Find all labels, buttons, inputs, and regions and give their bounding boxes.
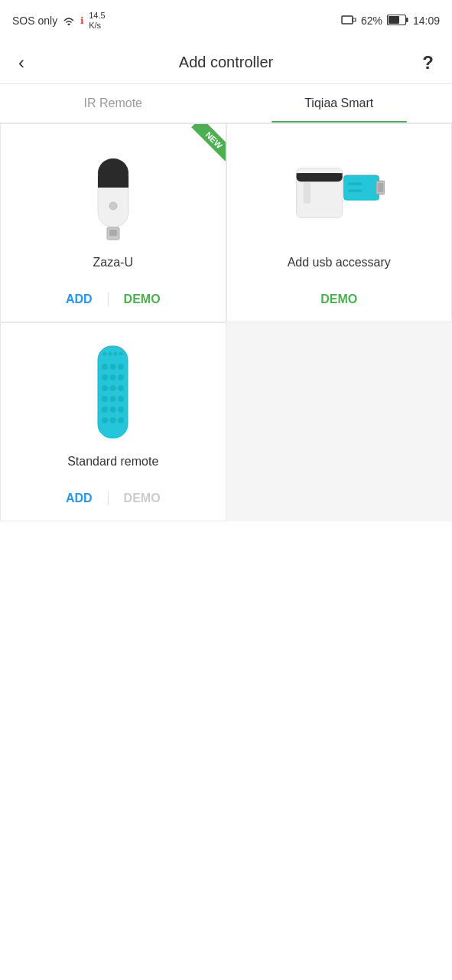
- standard-remote-demo-button[interactable]: DEMO: [109, 488, 176, 508]
- info-icon: ℹ: [80, 15, 84, 26]
- standard-remote-actions: ADD DEMO: [50, 482, 176, 508]
- svg-rect-16: [344, 175, 379, 200]
- svg-point-41: [102, 417, 108, 423]
- svg-rect-5: [389, 16, 399, 24]
- new-badge: NEW: [180, 124, 226, 170]
- svg-rect-15: [297, 173, 343, 178]
- tab-ir-remote[interactable]: IR Remote: [0, 84, 226, 122]
- svg-rect-1: [342, 16, 353, 24]
- svg-rect-8: [98, 175, 128, 188]
- usb-accessary-demo-button[interactable]: DEMO: [305, 289, 372, 309]
- svg-point-35: [102, 396, 108, 402]
- tab-tiqiaa-smart[interactable]: Tiqiaa Smart: [226, 84, 453, 122]
- svg-point-37: [118, 396, 124, 402]
- standard-remote-name: Standard remote: [67, 455, 158, 469]
- svg-point-23: [109, 352, 112, 356]
- svg-point-9: [109, 202, 117, 210]
- zaza-u-demo-button[interactable]: DEMO: [109, 289, 176, 309]
- tabs-container: IR Remote Tiqiaa Smart: [0, 84, 452, 123]
- svg-point-40: [118, 407, 124, 413]
- battery-percent: 62%: [361, 15, 382, 27]
- card-usb-accessary: Add usb accessary DEMO: [226, 123, 453, 322]
- svg-rect-11: [109, 230, 117, 236]
- back-button[interactable]: ‹: [12, 46, 31, 80]
- svg-point-22: [103, 352, 107, 356]
- zaza-u-image: [67, 139, 159, 247]
- standard-remote-add-button[interactable]: ADD: [50, 488, 108, 508]
- svg-point-27: [110, 364, 116, 370]
- svg-point-0: [68, 23, 70, 25]
- svg-rect-18: [378, 183, 383, 192]
- status-bar: SOS only ℹ 14.5K/s 62% 14:09: [0, 0, 452, 41]
- svg-point-31: [118, 374, 124, 381]
- svg-point-24: [114, 352, 118, 356]
- card-standard-remote: Standard remote ADD DEMO: [0, 322, 226, 521]
- standard-remote-image: [67, 338, 159, 446]
- zaza-u-actions: ADD DEMO: [50, 283, 176, 309]
- svg-rect-13: [304, 182, 311, 204]
- help-button[interactable]: ?: [416, 46, 440, 80]
- card-zaza-u: NEW Zaza-U ADD DEMO: [0, 123, 226, 322]
- svg-point-34: [118, 385, 124, 391]
- svg-point-32: [102, 385, 108, 391]
- status-left: SOS only ℹ 14.5K/s: [12, 11, 106, 31]
- svg-rect-20: [348, 189, 362, 192]
- svg-point-33: [110, 385, 116, 391]
- signal-icon: [62, 15, 76, 28]
- status-right: 62% 14:09: [341, 14, 440, 28]
- svg-point-43: [118, 417, 124, 423]
- device-icon: [341, 14, 356, 28]
- svg-point-30: [110, 374, 116, 381]
- zaza-u-add-button[interactable]: ADD: [50, 289, 108, 309]
- svg-rect-21: [98, 346, 128, 438]
- svg-point-39: [110, 407, 116, 413]
- usb-accessary-name: Add usb accessary: [288, 256, 391, 270]
- battery-icon: [387, 15, 408, 28]
- svg-point-26: [102, 364, 108, 370]
- svg-point-25: [119, 352, 123, 356]
- device-grid: NEW Zaza-U ADD DEMO: [0, 123, 452, 521]
- time-display: 14:09: [413, 15, 440, 27]
- nav-bar: ‹ Add controller ?: [0, 41, 452, 84]
- svg-point-28: [118, 364, 124, 370]
- svg-point-38: [102, 407, 108, 413]
- svg-rect-4: [406, 18, 408, 22]
- svg-point-29: [102, 374, 108, 381]
- page-title: Add controller: [179, 54, 273, 71]
- data-speed: 14.5K/s: [89, 11, 105, 31]
- svg-point-36: [110, 396, 116, 402]
- zaza-u-name: Zaza-U: [93, 256, 133, 270]
- svg-point-42: [110, 417, 116, 423]
- sos-text: SOS only: [12, 15, 57, 27]
- usb-accessary-image: [293, 139, 385, 247]
- svg-rect-19: [348, 182, 362, 185]
- usb-accessary-actions: DEMO: [305, 283, 372, 309]
